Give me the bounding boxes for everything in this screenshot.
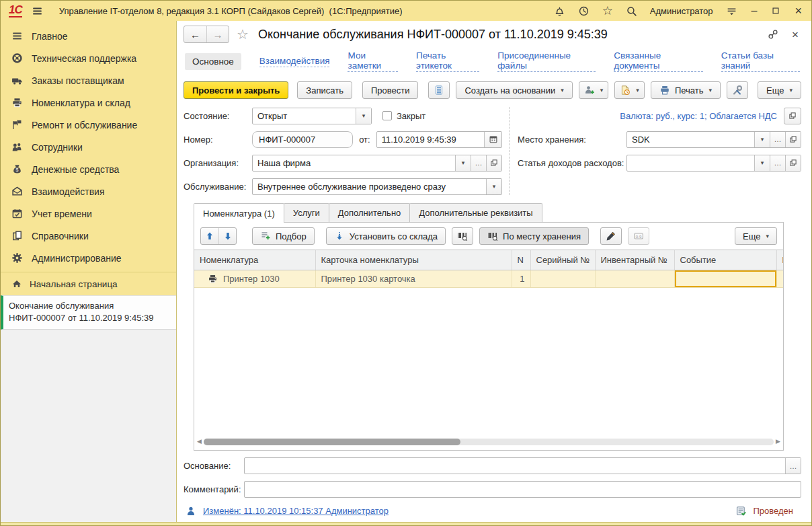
- cell-card[interactable]: Принтер 1030 карточка: [315, 270, 512, 288]
- col-header-card[interactable]: Карточка номенклатуры: [315, 250, 512, 270]
- set-from-stock-button[interactable]: Установить со склада: [326, 227, 446, 245]
- horizontal-scrollbar[interactable]: ◀ ▶: [197, 437, 780, 447]
- stylus-scan-button[interactable]: [600, 227, 622, 245]
- storage-choose-button[interactable]: …: [770, 132, 785, 147]
- storage-open-button[interactable]: [785, 132, 801, 147]
- tab-attached-files[interactable]: Присоединенные файлы: [497, 50, 596, 72]
- barcode-scan-button[interactable]: [452, 227, 473, 245]
- history-icon[interactable]: [578, 5, 590, 17]
- organization-choose-button[interactable]: …: [471, 155, 486, 171]
- basis-field[interactable]: …: [244, 457, 801, 474]
- scroll-left-arrow[interactable]: ◀: [197, 439, 202, 445]
- minimize-button[interactable]: –: [750, 5, 759, 16]
- col-header-nomenclature[interactable]: Номенклатура: [194, 250, 315, 270]
- organization-field[interactable]: Наша фирма ▾ …: [252, 155, 502, 172]
- move-row-down-button[interactable]: [218, 228, 236, 244]
- service-dropdown-button[interactable]: ▾: [486, 179, 501, 194]
- main-menu-icon[interactable]: [32, 5, 43, 17]
- grid-tab-additional[interactable]: Дополнительно: [329, 203, 411, 223]
- col-header-event[interactable]: Событие: [674, 250, 776, 270]
- date-field[interactable]: 11.10.2019 9:45:39: [376, 131, 502, 148]
- print-button[interactable]: Печать▾: [651, 81, 721, 99]
- favorites-star-icon[interactable]: ☆: [602, 5, 613, 17]
- more-button[interactable]: Еще▾: [758, 81, 801, 99]
- favorite-star-icon[interactable]: ☆: [237, 26, 249, 42]
- assign-person-button[interactable]: ▾: [579, 81, 609, 99]
- create-based-on-button[interactable]: Создать на основании▾: [456, 81, 572, 99]
- closed-checkbox-label[interactable]: Закрыт: [397, 111, 425, 121]
- number-field[interactable]: НФИТ-000007: [252, 131, 353, 148]
- expense-dropdown-button[interactable]: ▾: [754, 155, 770, 171]
- post-button[interactable]: Провести: [362, 81, 419, 99]
- cell-nomenclature[interactable]: Принтер 1030: [194, 270, 315, 288]
- sidebar-item-supplier-orders[interactable]: Заказы поставщикам: [1, 69, 176, 91]
- home-page-item[interactable]: Начальная страница: [1, 272, 176, 295]
- sidebar-item-administration[interactable]: Администрирование: [1, 247, 176, 269]
- digits-input-button[interactable]: [628, 227, 649, 245]
- post-and-close-button[interactable]: Провести и закрыть: [184, 81, 288, 99]
- current-user[interactable]: Администратор: [650, 6, 713, 16]
- document-register-button[interactable]: [428, 81, 450, 99]
- cell-serial[interactable]: [530, 270, 595, 288]
- move-row-up-button[interactable]: [201, 228, 218, 244]
- save-button[interactable]: Записать: [297, 81, 352, 99]
- grid-more-button[interactable]: Еще▾: [735, 227, 777, 245]
- cell-k[interactable]: [776, 270, 783, 288]
- col-header-serial[interactable]: Серийный №: [530, 250, 595, 270]
- tab-main[interactable]: Основное: [185, 53, 241, 70]
- tab-interactions[interactable]: Взаимодействия: [259, 56, 330, 67]
- scroll-right-arrow[interactable]: ▶: [776, 439, 780, 445]
- sidebar-item-time-tracking[interactable]: Учет времени: [1, 202, 176, 225]
- cell-event-selected[interactable]: [674, 270, 776, 288]
- settings-tools-button[interactable]: [727, 81, 748, 99]
- grid-tab-additional-attrs[interactable]: Дополнительные реквизиты: [409, 203, 542, 223]
- col-header-inventory[interactable]: Инвентарный №: [595, 250, 674, 270]
- cell-inventory[interactable]: [595, 270, 674, 288]
- expense-choose-button[interactable]: …: [770, 155, 785, 171]
- storage-field[interactable]: SDK ▾ …: [626, 131, 801, 148]
- sidebar-item-main[interactable]: Главное: [1, 25, 176, 47]
- grid-tab-nomenclature[interactable]: Номенклатура (1): [194, 203, 284, 223]
- notifications-bell-icon[interactable]: [554, 5, 565, 17]
- state-select[interactable]: Открыт ▾: [252, 108, 372, 124]
- sidebar-item-tech-support[interactable]: Техническая поддержка: [1, 47, 176, 69]
- col-header-k[interactable]: К: [776, 250, 783, 270]
- state-dropdown-button[interactable]: ▾: [356, 108, 371, 124]
- scrollbar-track[interactable]: [204, 439, 774, 445]
- scrollbar-thumb[interactable]: [204, 439, 460, 445]
- table-row[interactable]: Принтер 1030 Принтер 1030 карточка 1: [194, 270, 783, 288]
- close-window-button[interactable]: ×: [793, 5, 803, 17]
- search-icon[interactable]: [626, 5, 637, 17]
- closed-checkbox[interactable]: [382, 111, 392, 120]
- basis-choose-button[interactable]: …: [785, 458, 801, 474]
- organization-dropdown-button[interactable]: ▾: [455, 155, 471, 171]
- maximize-button[interactable]: [771, 6, 780, 15]
- storage-dropdown-button[interactable]: ▾: [754, 132, 770, 147]
- tab-label-printing[interactable]: Печать этикеток: [416, 50, 479, 72]
- sidebar-item-interactions[interactable]: Взаимодействия: [1, 180, 176, 202]
- pick-button[interactable]: Подбор: [252, 227, 315, 245]
- sidebar-item-catalogs[interactable]: Справочники: [1, 225, 176, 247]
- service-field[interactable]: Внутреннее обслуживание произведено сраз…: [252, 178, 502, 195]
- sidebar-item-repair-service[interactable]: Ремонт и обслуживание: [1, 114, 176, 136]
- tab-knowledge-base[interactable]: Статьи базы знаний: [721, 50, 800, 72]
- close-form-button[interactable]: ×: [792, 29, 799, 40]
- back-button[interactable]: ←: [184, 26, 206, 42]
- currency-link[interactable]: Валюта: руб., курс: 1; Облагается НДС: [620, 111, 777, 121]
- tab-my-notes[interactable]: Мои заметки: [348, 50, 398, 72]
- tab-related-documents[interactable]: Связанные документы: [614, 50, 702, 72]
- col-header-n[interactable]: N: [512, 250, 530, 270]
- sidebar-item-nomenclature-warehouse[interactable]: Номенклатура и склад: [1, 91, 176, 114]
- expense-open-button[interactable]: [785, 155, 801, 171]
- by-storage-toggle-button[interactable]: По месту хранения: [479, 227, 589, 245]
- cell-n[interactable]: 1: [512, 270, 530, 288]
- forward-button[interactable]: →: [206, 26, 229, 42]
- comment-field[interactable]: [244, 481, 801, 498]
- open-document-tab[interactable]: Окончание обслуживания НФИТ-000007 от 11…: [1, 295, 176, 330]
- currency-open-button[interactable]: [784, 108, 801, 124]
- sidebar-item-money[interactable]: Денежные средства: [1, 158, 176, 180]
- calendar-picker-button[interactable]: [484, 132, 501, 147]
- grid-tab-services[interactable]: Услуги: [284, 203, 329, 223]
- service-menu-icon[interactable]: [726, 5, 737, 17]
- expense-item-field[interactable]: ▾ …: [626, 155, 801, 172]
